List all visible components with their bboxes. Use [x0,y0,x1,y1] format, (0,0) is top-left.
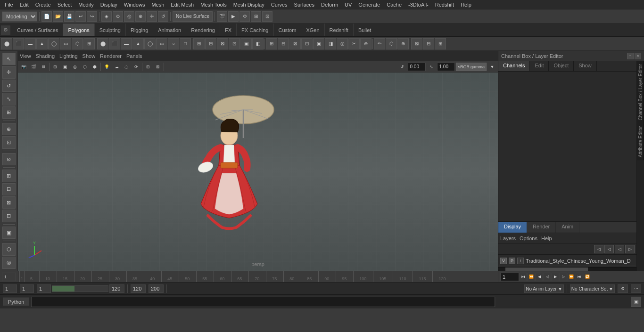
range-end-field[interactable]: 200 [149,284,164,293]
snap-point-btn[interactable]: ⊠ [2,196,16,209]
le-sel-btn[interactable]: ◁ [615,245,624,253]
no-anim-layer-dropdown[interactable]: No Anim Layer ▼ [524,284,564,293]
sculpt-btn[interactable]: ⬡ [386,38,397,49]
le-tab-display[interactable]: Display [498,222,527,233]
extrude-btn[interactable]: ⊞ [266,38,277,49]
vp-wire-btn[interactable]: ⊞ [50,62,60,72]
menu-curves[interactable]: Curves [268,1,290,8]
timeline-start-frame[interactable]: 1 [2,273,16,281]
soft-mod-btn[interactable]: ⊕ [397,38,409,49]
python-tab[interactable]: Python [3,298,29,306]
snap-grid-btn[interactable]: ⊞ [2,170,16,182]
symmetry-btn[interactable]: ⊞ [435,38,446,49]
mirror-btn[interactable]: ⊠ [411,38,422,49]
vp-shading-menu[interactable]: Shading [36,53,55,59]
vp-view-menu[interactable]: View [20,53,31,59]
component-btn[interactable]: ◎ [2,257,16,269]
nurbs-sq-btn[interactable]: □ [180,38,191,49]
char-set-btn2[interactable]: ⋯ [631,284,641,293]
vp-lighting-menu[interactable]: Lighting [59,53,78,59]
menu-mesh-tools[interactable]: Mesh Tools [198,1,229,8]
vp-show-menu[interactable]: Show [83,53,96,59]
current-frame-field[interactable]: 1 [500,273,519,281]
frame-field-2[interactable]: 1 [20,284,34,293]
tab-fx[interactable]: FX [220,24,237,36]
undo-btn[interactable]: ↩ [75,11,86,22]
vp-colorspace-btn[interactable]: sRGB gamma [456,63,487,71]
vp-shadow-btn[interactable]: ☁ [112,62,121,72]
le-del-layer-btn[interactable]: ◁ [604,245,614,253]
select-tool-btn[interactable]: ◈ [101,11,112,22]
triangulate-btn[interactable]: ◧ [252,38,264,49]
show-manip-btn[interactable]: ⊘ [2,153,16,165]
le-menu-layers[interactable]: Layers [500,235,516,241]
vp-ao-btn[interactable]: ◌ [122,62,131,72]
menu-cache[interactable]: Cache [384,1,405,8]
vp-panels-menu[interactable]: Panels [126,53,142,59]
attribute-editor-label[interactable]: Attribute Editor [637,123,644,160]
menu-3dtoall[interactable]: -3DtoAll- [405,1,431,8]
poly-sel-btn[interactable]: ⬡ [2,243,16,255]
layer-row[interactable]: V P / Traditional_Style_Chinese_Young_Wo… [499,256,636,266]
render-seq-btn[interactable]: ▶ [228,11,239,22]
multi-cut-btn[interactable]: ✂ [348,38,360,49]
bridge-btn[interactable]: ⊠ [289,38,301,49]
menu-surfaces[interactable]: Surfaces [291,1,317,8]
vp-colorspace-arrow[interactable]: ▼ [487,62,497,72]
cube-icon-btn[interactable]: ⬛ [13,38,24,49]
menu-uv[interactable]: UV [342,1,355,8]
cylinder-icon-btn[interactable]: ▬ [25,38,36,49]
char-set-btn[interactable]: ⚙ [618,284,628,293]
next-key-btn[interactable]: ▷ [560,273,567,281]
menu-windows[interactable]: Windows [121,1,148,8]
vp-sel-btn[interactable]: ▣ [60,62,70,72]
new-scene-btn[interactable]: 📄 [41,11,52,22]
render-region-btn[interactable]: ▣ [2,227,16,239]
circularize-btn[interactable]: ◎ [337,38,348,49]
cb-tab-channels[interactable]: Channels [498,61,530,71]
vp-renderer-menu[interactable]: Renderer [100,53,122,59]
soft-select-btn2[interactable]: ⊕ [2,123,16,135]
go-end-btn[interactable]: ⏭ [576,273,583,281]
layer-visibility-btn[interactable]: V [500,258,507,264]
step-fwd-btn[interactable]: ⏩ [568,273,575,281]
menu-select[interactable]: Select [55,1,75,8]
python-run-btn[interactable]: ▣ [631,297,641,307]
tab-fx-caching[interactable]: FX Caching [237,24,273,36]
universal-manip-btn[interactable]: ⊞ [2,106,16,119]
cone-icon-btn[interactable]: ▲ [36,38,48,49]
lasso-tool-btn[interactable]: ⊙ [113,11,123,22]
nurbs-cube-btn[interactable]: ⬛ [109,38,120,49]
nurbs-cyl-btn[interactable]: ▬ [121,38,132,49]
le-menu-help[interactable]: Help [541,235,552,241]
cb-close-btn[interactable]: × [635,53,641,59]
menu-display[interactable]: Display [98,1,120,8]
tab-xgen[interactable]: XGen [301,24,324,36]
go-start-btn[interactable]: ⏮ [520,273,527,281]
le-menu-options[interactable]: Options [520,235,537,241]
fill-hole-btn[interactable]: ⊡ [301,38,313,49]
snap-view-btn[interactable]: ⊡ [2,210,16,222]
menu-deform[interactable]: Deform [318,1,341,8]
tab-settings-btn[interactable]: ⚙ [1,25,10,35]
python-input[interactable] [31,297,495,307]
rotate-mode-btn[interactable]: ↺ [2,80,16,92]
menu-file[interactable]: File [2,1,16,8]
frame-indicator[interactable]: 1 [37,284,51,293]
layer-scrollbar[interactable] [498,267,636,271]
vp-zoom-field[interactable]: 1.00 [437,63,455,71]
tab-redshift[interactable]: Redshift [325,24,354,36]
tab-custom[interactable]: Custom [274,24,302,36]
last-tool-btn[interactable]: ⊡ [2,136,16,148]
layer-render-btn[interactable]: P [509,258,515,264]
nurbs-circle-btn[interactable]: ○ [168,38,179,49]
smooth-btn[interactable]: ▣ [240,38,252,49]
sphere2-icon-btn[interactable]: ⬤ [97,38,108,49]
timeline-ruler[interactable]: 1 5 10 15 20 25 30 35 40 45 50 55 60 65 … [18,271,498,282]
open-scene-btn[interactable]: 📂 [53,11,63,22]
connect-btn[interactable]: ⊕ [360,38,372,49]
sphere-icon-btn[interactable]: ⬤ [1,38,12,49]
menu-edit-mesh[interactable]: Edit Mesh [168,1,197,8]
render-btn[interactable]: 🎬 [217,11,227,22]
torus-icon-btn[interactable]: ◯ [48,38,59,49]
